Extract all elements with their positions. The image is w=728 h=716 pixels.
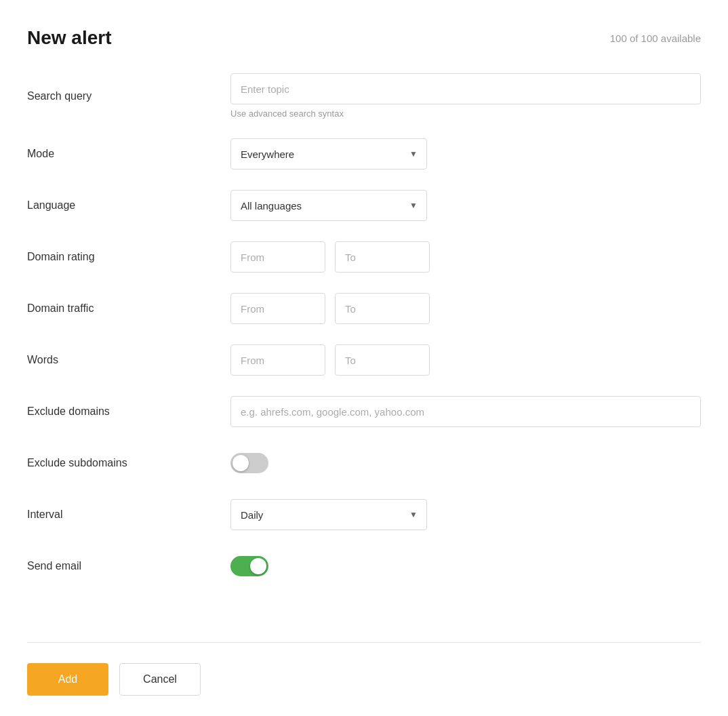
language-row: Language All languages English Spanish F…	[27, 189, 701, 222]
domain-rating-range	[230, 241, 701, 273]
interval-control: Daily Weekly Monthly ▼	[230, 499, 701, 530]
domain-rating-to-input[interactable]	[335, 241, 430, 273]
page-title: New alert	[27, 27, 112, 49]
footer: Add Cancel	[27, 643, 701, 716]
add-button[interactable]: Add	[27, 663, 108, 696]
language-control: All languages English Spanish French Ger…	[230, 190, 701, 221]
exclude-domains-input[interactable]	[230, 396, 701, 427]
page-container: New alert 100 of 100 available Search qu…	[0, 0, 728, 716]
exclude-subdomains-toggle[interactable]	[230, 453, 268, 473]
words-from-input[interactable]	[230, 344, 325, 376]
words-row: Words	[27, 344, 701, 376]
form-body: Search query Use advanced search syntax …	[27, 73, 701, 629]
send-email-row: Send email	[27, 550, 701, 582]
interval-label: Interval	[27, 509, 230, 521]
search-query-input[interactable]	[230, 73, 701, 104]
interval-row: Interval Daily Weekly Monthly ▼	[27, 498, 701, 531]
words-label: Words	[27, 354, 230, 366]
interval-select[interactable]: Daily Weekly Monthly	[230, 499, 427, 530]
send-email-track	[230, 556, 268, 576]
exclude-subdomains-row: Exclude subdomains	[27, 447, 701, 479]
exclude-domains-label: Exclude domains	[27, 405, 230, 418]
exclude-subdomains-label: Exclude subdomains	[27, 457, 230, 469]
mode-select-wrapper: Everywhere Exact URL Domain URL prefix S…	[230, 138, 427, 170]
send-email-label: Send email	[27, 560, 230, 572]
header: New alert 100 of 100 available	[27, 27, 701, 49]
search-query-hint: Use advanced search syntax	[230, 108, 701, 119]
search-query-label: Search query	[27, 90, 230, 102]
domain-rating-label: Domain rating	[27, 251, 230, 263]
language-select-wrapper: All languages English Spanish French Ger…	[230, 190, 427, 221]
words-to-input[interactable]	[335, 344, 430, 376]
domain-traffic-row: Domain traffic	[27, 292, 701, 325]
domain-rating-row: Domain rating	[27, 241, 701, 273]
search-query-row: Search query Use advanced search syntax	[27, 73, 701, 119]
mode-label: Mode	[27, 148, 230, 160]
available-count: 100 of 100 available	[610, 33, 701, 44]
domain-rating-from-input[interactable]	[230, 241, 325, 273]
exclude-domains-control	[230, 396, 701, 427]
language-label: Language	[27, 199, 230, 212]
mode-select[interactable]: Everywhere Exact URL Domain URL prefix S…	[230, 138, 427, 170]
send-email-control	[230, 556, 701, 576]
interval-select-wrapper: Daily Weekly Monthly ▼	[230, 499, 427, 530]
domain-rating-control	[230, 241, 701, 273]
domain-traffic-from-input[interactable]	[230, 293, 325, 324]
send-email-toggle[interactable]	[230, 556, 268, 576]
language-select[interactable]: All languages English Spanish French Ger…	[230, 190, 427, 221]
domain-traffic-label: Domain traffic	[27, 302, 230, 315]
exclude-domains-row: Exclude domains	[27, 395, 701, 428]
exclude-subdomains-thumb	[232, 455, 249, 471]
exclude-subdomains-control	[230, 453, 701, 473]
search-query-control: Use advanced search syntax	[230, 73, 701, 119]
domain-traffic-control	[230, 293, 701, 324]
exclude-subdomains-track	[230, 453, 268, 473]
domain-traffic-range	[230, 293, 701, 324]
mode-control: Everywhere Exact URL Domain URL prefix S…	[230, 138, 701, 170]
cancel-button[interactable]: Cancel	[119, 663, 201, 696]
mode-row: Mode Everywhere Exact URL Domain URL pre…	[27, 138, 701, 170]
words-range	[230, 344, 701, 376]
send-email-thumb	[250, 558, 266, 574]
domain-traffic-to-input[interactable]	[335, 293, 430, 324]
words-control	[230, 344, 701, 376]
